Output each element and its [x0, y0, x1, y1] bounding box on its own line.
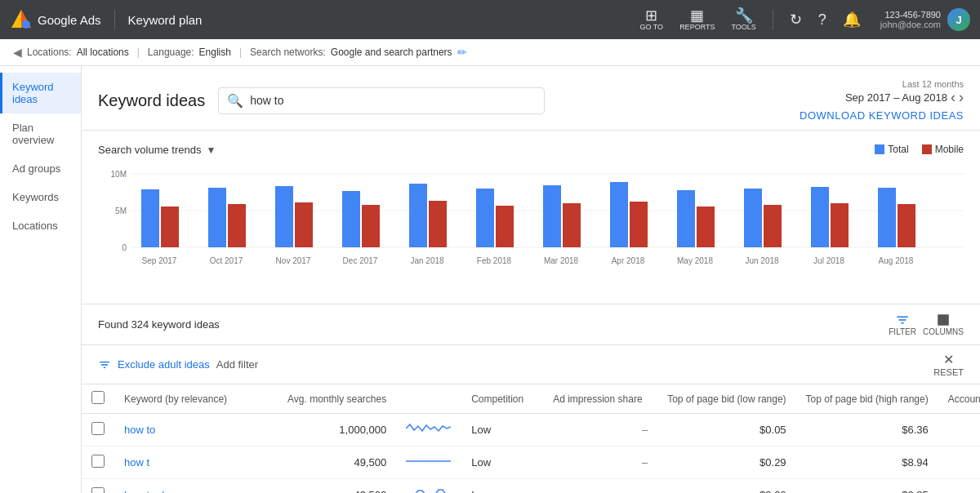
help-button[interactable]: ? [812, 8, 833, 32]
col-header-check [82, 384, 114, 414]
networks-value: Google and search partners [331, 47, 452, 58]
notifications-button[interactable]: 🔔 [836, 7, 867, 32]
language-label: Language: [148, 47, 194, 58]
row-trend [396, 446, 461, 479]
row-imp: – [543, 479, 657, 494]
svg-text:Dec 2017: Dec 2017 [343, 256, 378, 265]
svg-text:Mar 2018: Mar 2018 [544, 256, 579, 265]
top-bar: Google Ads Keyword plan ⊞ GO TO ▦ REPORT… [0, 0, 980, 39]
svg-text:Apr 2018: Apr 2018 [612, 256, 645, 265]
bar-jan-2018-mobile [429, 201, 447, 247]
chart-title-text: Search volume trends [98, 144, 201, 156]
svg-text:Jun 2018: Jun 2018 [745, 256, 779, 265]
reports-button[interactable]: ▦ REPORTS [673, 5, 721, 34]
date-prev-icon[interactable]: ‹ [951, 89, 956, 106]
bar-mar-2018-mobile [563, 203, 581, 247]
row-imp: – [543, 414, 657, 446]
col-header-comp: Competition [461, 384, 543, 414]
exclude-adult-link[interactable]: Exclude adult ideas [118, 358, 210, 371]
sidebar-item-keywords[interactable]: Keywords [0, 183, 81, 211]
results-count: Found 324 keyword ideas [98, 318, 220, 331]
columns-button[interactable]: COLUMNS [923, 313, 964, 336]
date-range-label: Last 12 months [902, 79, 964, 89]
date-next-icon[interactable]: › [959, 89, 964, 106]
bar-apr-2018-mobile [630, 202, 648, 247]
tools-label: TOOLS [731, 23, 755, 31]
sidebar-item-ad-groups[interactable]: Ad groups [0, 154, 81, 183]
sidebar-item-locations[interactable]: Locations [0, 211, 81, 240]
tools-button[interactable]: 🔧 TOOLS [724, 5, 762, 34]
download-keyword-ideas-button[interactable]: DOWNLOAD KEYWORD IDEAS [800, 109, 964, 122]
chart-legend: Total Mobile [875, 144, 964, 155]
row-checkbox-1[interactable] [91, 455, 105, 468]
back-arrow[interactable]: ◀ [13, 46, 22, 59]
sidebar: Keyword ideas Plan overview Ad groups Ke… [0, 66, 82, 493]
table-row: how to do 49,500 Low – $0.06 $0.85 [82, 479, 980, 494]
refresh-icon: ↻ [790, 11, 802, 29]
google-ads-logo-icon [10, 8, 33, 31]
locations-value: All locations [77, 47, 129, 58]
bell-icon: 🔔 [843, 11, 861, 29]
logo-divider [114, 10, 115, 29]
networks-label: Search networks: [250, 47, 326, 58]
row-check [82, 414, 114, 446]
bar-dec-2017-mobile [362, 205, 380, 247]
results-header: Found 324 keyword ideas FILTER COLUMNS [82, 304, 980, 345]
sidebar-item-keyword-ideas[interactable]: Keyword ideas [0, 73, 81, 113]
chart-title[interactable]: Search volume trends ▼ [98, 144, 964, 156]
user-avatar[interactable]: J [947, 8, 970, 31]
user-phone: 123-456-7890 [880, 10, 941, 20]
row-checkbox-0[interactable] [91, 422, 105, 435]
table-header-row: Keyword (by relevance) Avg. monthly sear… [82, 384, 980, 414]
row-acc [938, 414, 980, 446]
bar-dec-2017-total [342, 191, 360, 247]
add-filter-button[interactable]: Add filter [216, 358, 258, 371]
columns-label: COLUMNS [923, 327, 964, 336]
reset-button[interactable]: ✕ RESET [933, 352, 964, 377]
refresh-button[interactable]: ↻ [783, 7, 808, 32]
col-header-acc: Account status [938, 384, 980, 414]
bar-jul-2018-mobile [831, 203, 849, 247]
svg-point-2 [22, 20, 30, 29]
table-row: how to 1,000,000 Low – $0.05 $6.36 [82, 414, 980, 446]
sidebar-item-plan-overview[interactable]: Plan overview [0, 113, 81, 154]
svg-text:Nov 2017: Nov 2017 [276, 256, 311, 265]
row-check [82, 446, 114, 479]
row-bid-high: $6.36 [796, 414, 938, 446]
table-body: how to 1,000,000 Low – $0.05 $6.36 how t… [82, 414, 980, 494]
keyword-search-box[interactable]: 🔍 [218, 87, 545, 114]
edit-networks-icon[interactable]: ✏ [457, 46, 467, 59]
table-row: how t 49,500 Low – $0.29 $8.94 [82, 446, 980, 479]
row-trend [396, 414, 461, 446]
goto-button[interactable]: ⊞ GO TO [633, 5, 670, 34]
keyword-link-2[interactable]: how to do [124, 489, 170, 493]
page-title-top: Keyword plan [128, 13, 203, 27]
col-header-avg: Avg. monthly searches [278, 384, 396, 414]
svg-text:Aug 2018: Aug 2018 [879, 256, 914, 265]
filter-label: FILTER [889, 327, 916, 336]
row-check [82, 479, 114, 494]
keyword-search-input[interactable] [250, 94, 536, 107]
keyword-link-0[interactable]: how to [124, 424, 155, 436]
legend-mobile-label: Mobile [935, 144, 964, 155]
bar-oct-2017-mobile [228, 204, 246, 247]
keyword-ideas-header: Keyword ideas 🔍 Last 12 months Sep 2017 … [82, 66, 980, 131]
row-imp: – [543, 446, 657, 479]
bar-nov-2017-mobile [295, 202, 313, 247]
svg-text:Jan 2018: Jan 2018 [410, 256, 444, 265]
google-ads-logo: Google Ads [10, 8, 101, 31]
bar-jun-2018-mobile [764, 205, 782, 247]
results-actions: FILTER COLUMNS [889, 313, 964, 336]
bar-may-2018-total [677, 190, 695, 247]
legend-total-label: Total [888, 144, 908, 155]
svg-text:0: 0 [122, 243, 127, 252]
keyword-link-1[interactable]: how t [124, 456, 149, 469]
bar-feb-2018-total [476, 189, 494, 247]
bar-jun-2018-total [744, 189, 762, 247]
bar-mar-2018-total [543, 185, 561, 247]
select-all-checkbox[interactable] [91, 391, 105, 404]
filter-button[interactable]: FILTER [889, 313, 916, 336]
row-keyword: how t [114, 446, 278, 479]
row-checkbox-2[interactable] [91, 487, 105, 493]
bar-feb-2018-mobile [496, 206, 514, 247]
